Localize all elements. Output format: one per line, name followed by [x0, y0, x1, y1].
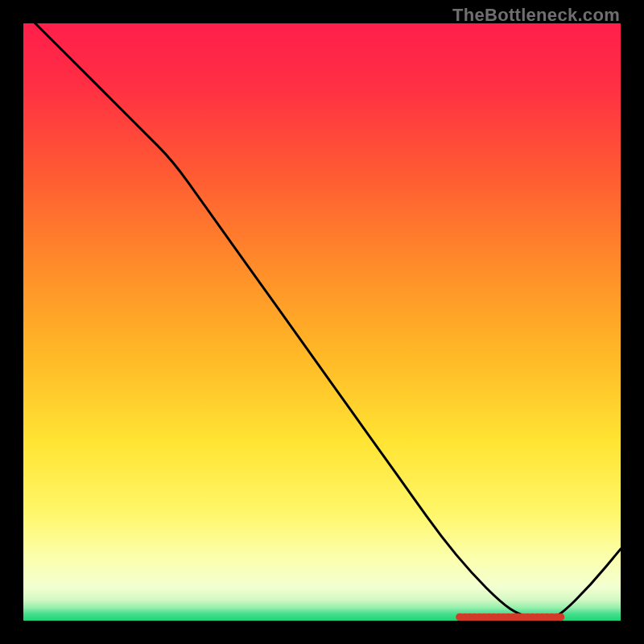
chart-plot-area: [23, 23, 621, 621]
optimal-marker: [23, 23, 621, 621]
chart-frame: [23, 23, 621, 621]
